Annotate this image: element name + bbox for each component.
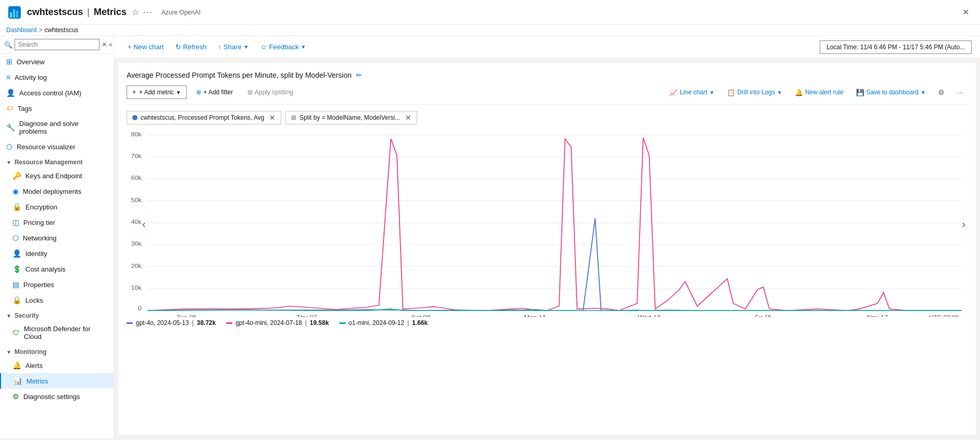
chart-more-button[interactable]: ···	[953, 86, 968, 99]
iam-icon: 👤	[6, 89, 15, 97]
svg-text:Fri 15: Fri 15	[755, 314, 772, 317]
filter-tag-1[interactable]: cwhtestscus, Processed Prompt Tokens, Av…	[127, 111, 281, 124]
svg-rect-1	[10, 12, 12, 18]
legend-item-0: gpt-4o, 2024-05-13 | 38.72k	[127, 319, 216, 327]
nav-item-metrics[interactable]: 📊 Metrics	[0, 373, 114, 389]
section-label: Resource Management	[15, 159, 82, 166]
search-input[interactable]	[15, 39, 100, 50]
drill-logs-button[interactable]: 📋 Drill into Logs ▼	[723, 86, 786, 99]
chart-nav-left[interactable]: ‹	[142, 218, 146, 230]
search-clear-icon[interactable]: ✕	[102, 41, 107, 48]
nav-label: Keys and Endpoint	[25, 172, 82, 180]
nav-item-alerts[interactable]: 🔔 Alerts	[0, 358, 114, 373]
apply-splitting-button[interactable]: ⊞ Apply splitting	[242, 86, 298, 98]
time-range-selector[interactable]: Local Time: 11/4 6:46 PM - 11/17 5:46 PM…	[820, 40, 972, 54]
top-bar: cwhtestscus | Metrics ☆ ··· Azure OpenAI…	[0, 0, 980, 25]
nav-label: Model deployments	[23, 188, 81, 195]
filter-tag-1-icon	[132, 115, 137, 120]
star-icon[interactable]: ☆	[132, 7, 139, 17]
nav-item-defender[interactable]: 🛡 Microsoft Defender for Cloud	[0, 321, 114, 344]
nav-label: Diagnostic settings	[23, 393, 80, 401]
add-metric-icon: +	[132, 89, 136, 96]
sidebar-collapse-icon[interactable]: «	[109, 41, 113, 48]
line-chart-chevron-icon: ▼	[709, 90, 714, 95]
legend-value-2-text: 1.66k	[412, 319, 427, 327]
svg-text:Wed 13: Wed 13	[638, 314, 661, 317]
add-metric-button[interactable]: + + Add metric ▼	[127, 86, 187, 99]
nav-item-cost[interactable]: 💲 Cost analysis	[0, 261, 114, 277]
resource-name: cwhtestscus	[27, 7, 83, 18]
drill-logs-label: Drill into Logs	[737, 89, 775, 96]
cost-icon: 💲	[12, 265, 21, 273]
nav-item-networking[interactable]: ⬡ Networking	[0, 230, 114, 246]
line-chart-icon: 📈	[669, 89, 678, 96]
feedback-label: Feedback	[269, 43, 299, 51]
feedback-button[interactable]: ☺ Feedback ▼	[255, 40, 311, 54]
section-resource-management[interactable]: ▼ Resource Management	[0, 154, 114, 168]
svg-text:70k: 70k	[131, 152, 142, 159]
filter-tags: cwhtestscus, Processed Prompt Tokens, Av…	[127, 111, 968, 124]
diagnose-icon: 🔧	[6, 123, 15, 132]
svg-text:Nov 17: Nov 17	[867, 314, 888, 317]
save-dashboard-button[interactable]: 💾 Save to dashboard ▼	[852, 86, 930, 99]
chart-container: Average Processed Prompt Tokens per Minu…	[118, 63, 976, 434]
metrics-icon: 📊	[13, 377, 22, 385]
refresh-icon: ↻	[175, 43, 181, 51]
nav-label: Networking	[23, 234, 57, 242]
defender-icon: 🛡	[12, 329, 20, 337]
nav-item-visualizer[interactable]: ⬡ Resource visualizer	[0, 139, 114, 154]
nav-item-iam[interactable]: 👤 Access control (IAM)	[0, 85, 114, 101]
new-alert-icon: 🔔	[795, 89, 803, 96]
nav-item-encryption[interactable]: 🔒 Encryption	[0, 199, 114, 215]
section-chevron-icon: ▼	[6, 160, 11, 165]
legend-value-1: |	[305, 319, 307, 327]
locks-icon: 🔒	[12, 296, 21, 304]
new-alert-button[interactable]: 🔔 New alert rule	[791, 86, 848, 99]
main-layout: 🔍 ✕ « ⊞ Overview ≡ Activity log 👤 Access…	[0, 36, 980, 438]
share-button[interactable]: ↑ Share ▼	[213, 40, 254, 54]
nav-item-diag-settings[interactable]: ⚙ Diagnostic settings	[0, 389, 114, 404]
filter-tag-2-icon: ⊞	[291, 114, 296, 121]
new-chart-button[interactable]: + New chart	[122, 40, 169, 54]
nav-label: Cost analysis	[25, 265, 65, 273]
share-chevron-icon: ▼	[243, 44, 249, 50]
save-dashboard-label: Save to dashboard	[866, 89, 919, 96]
nav-item-tags[interactable]: 🏷 Tags	[0, 101, 114, 116]
chart-nav-right[interactable]: ›	[962, 218, 965, 230]
breadcrumb-current: cwhtestscus	[45, 26, 78, 34]
nav-item-pricing[interactable]: ◫ Pricing tier	[0, 215, 114, 230]
nav-item-keys[interactable]: 🔑 Keys and Endpoint	[0, 168, 114, 183]
legend-value-2: |	[407, 319, 409, 327]
breadcrumb-parent[interactable]: Dashboard	[6, 26, 37, 34]
chart-toolbar: + + Add metric ▼ ⊕ + Add filter ⊞ Apply …	[127, 86, 968, 105]
filter-tag-2[interactable]: ⊞ Split by = ModelName, ModelVersi... ✕	[285, 111, 417, 124]
nav-item-overview[interactable]: ⊞ Overview	[0, 54, 114, 69]
svg-text:Thu 07: Thu 07	[297, 314, 318, 317]
section-monitoring[interactable]: ▼ Monitoring	[0, 344, 114, 358]
nav-item-identity[interactable]: 👤 Identity	[0, 246, 114, 261]
refresh-button[interactable]: ↻ Refresh	[170, 40, 212, 54]
nav-label: Identity	[25, 250, 47, 258]
filter-tag-1-remove-icon[interactable]: ✕	[269, 113, 275, 122]
networking-icon: ⬡	[12, 234, 19, 242]
line-chart-button[interactable]: 📈 Line chart ▼	[665, 86, 719, 99]
nav-item-diagnose[interactable]: 🔧 Diagnose and solve problems	[0, 116, 114, 139]
chart-area: ‹ › 80k 70k 60k 50k 40k 30k 20k 10k 0	[127, 131, 968, 317]
close-button[interactable]: ✕	[957, 4, 974, 21]
edit-title-icon[interactable]: ✏	[356, 71, 362, 79]
more-icon[interactable]: ···	[143, 8, 153, 17]
keys-icon: 🔑	[12, 172, 21, 180]
nav-item-locks[interactable]: 🔒 Locks	[0, 292, 114, 308]
nav-item-deployments[interactable]: ◉ Model deployments	[0, 183, 114, 199]
chart-title-row: Average Processed Prompt Tokens per Minu…	[127, 71, 968, 79]
nav-item-activity-log[interactable]: ≡ Activity log	[0, 69, 114, 85]
filter-tag-2-label: Split by = ModelName, ModelVersi...	[299, 114, 400, 121]
breadcrumb: Dashboard > cwhtestscus	[0, 25, 980, 36]
legend-value-0: |	[192, 319, 194, 327]
breadcrumb-separator: >	[39, 26, 43, 34]
section-security[interactable]: ▼ Security	[0, 308, 114, 321]
filter-tag-2-remove-icon[interactable]: ✕	[405, 113, 411, 122]
chart-settings-button[interactable]: ⚙	[934, 86, 949, 99]
nav-item-properties[interactable]: ▤ Properties	[0, 277, 114, 292]
add-filter-button[interactable]: ⊕ + Add filter	[191, 86, 238, 98]
